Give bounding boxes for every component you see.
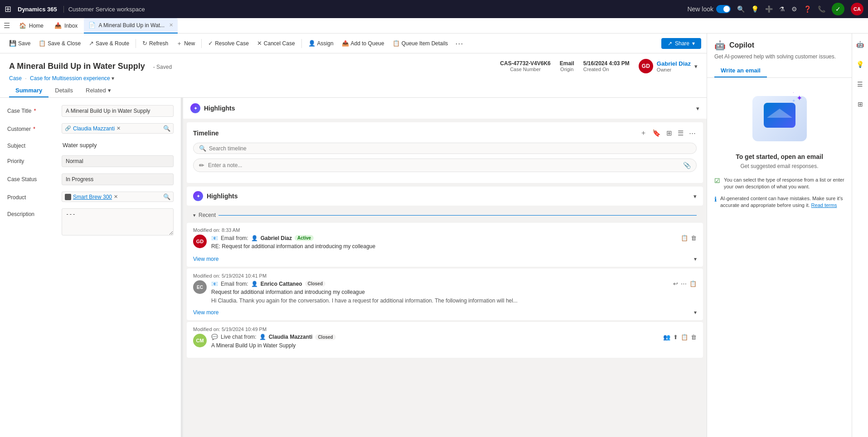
item-2-view-more-link[interactable]: View more — [193, 309, 218, 316]
share-label: Share — [675, 40, 689, 47]
tab-close-icon[interactable]: ✕ — [169, 22, 173, 28]
case-created-value: 5/16/2024 4:03 PM — [583, 60, 630, 67]
new-look-switch[interactable] — [716, 5, 731, 13]
resolve-button[interactable]: ✓ Resolve Case — [204, 38, 252, 48]
recent-title: Recent — [199, 212, 216, 218]
priority-input[interactable] — [62, 155, 174, 167]
status-icon[interactable]: ✓ — [832, 3, 844, 15]
timeline-search-input[interactable] — [209, 145, 691, 152]
item-2-reply-icon[interactable]: ↩ — [673, 280, 678, 287]
customer-search-icon[interactable]: 🔍 — [163, 125, 170, 132]
tab-case[interactable]: 📄 A Mineral Build Up in Wat... ✕ — [84, 18, 178, 34]
save-close-label: Save & Close — [48, 40, 81, 47]
sidebar-copilot-icon[interactable]: 🤖 — [854, 38, 867, 51]
item-2-actions: ↩ ⋯ 📋 — [673, 280, 697, 287]
timeline-section: Timeline ＋ 🔖 ⊞ ☰ ⋯ 🔍 — [187, 122, 703, 183]
item-2-more-icon[interactable]: ⋯ — [681, 280, 687, 287]
case-status-input[interactable] — [62, 173, 174, 185]
queue-details-icon: 📋 — [393, 40, 400, 47]
case-title-input[interactable] — [62, 105, 174, 117]
save-route-button[interactable]: ↗ Save & Route — [85, 38, 133, 48]
new-label: New — [184, 40, 195, 47]
cancel-label: Cancel Case — [264, 40, 295, 47]
sidebar-grid-icon[interactable]: ⊞ — [854, 98, 867, 110]
sidebar-bulb-icon[interactable]: 💡 — [854, 58, 867, 71]
queue-button[interactable]: 📤 Add to Queue — [338, 38, 388, 48]
breadcrumb: Case · Case for Multisession experience … — [9, 75, 698, 82]
read-terms-link[interactable]: Read terms — [811, 202, 837, 208]
refresh-button[interactable]: ↻ Refresh — [139, 38, 172, 48]
new-look-toggle[interactable]: New look — [687, 5, 731, 13]
recent-header[interactable]: ▾ Recent — [187, 209, 703, 221]
case-number-value: CAS-47732-V4V6K6 — [500, 60, 550, 67]
customer-link[interactable]: Claudia Mazzanti — [73, 125, 115, 132]
breadcrumb-chevron-icon[interactable]: ▾ — [112, 75, 114, 82]
timeline-list-icon[interactable]: ☰ — [677, 128, 684, 138]
item-2-copy-icon[interactable]: 📋 — [689, 280, 697, 287]
item-3-upload-icon[interactable]: ⬆ — [673, 334, 678, 341]
queue-details-button[interactable]: 📋 Queue Item Details — [389, 38, 452, 48]
highlights-header[interactable]: ✦ Highlights ▾ — [187, 187, 703, 206]
case-origin-label: Origin — [560, 67, 574, 72]
summary-title: Highlights — [204, 105, 235, 112]
summary-chevron-icon[interactable]: ▾ — [696, 105, 699, 112]
new-button[interactable]: ＋ New — [173, 38, 199, 49]
search-icon[interactable]: 🔍 — [737, 5, 745, 13]
product-link[interactable]: Smart Brew 300 — [73, 194, 112, 200]
save-button[interactable]: 💾 Save — [5, 38, 34, 48]
timeline-item-3: Modified on: 5/19/2024 10:49 PM CM 💬 Liv… — [187, 322, 703, 358]
item-3-copy-icon[interactable]: 📋 — [681, 334, 688, 341]
item-3-assign-icon[interactable]: 👥 — [663, 334, 670, 341]
save-close-button[interactable]: 📋 Save & Close — [35, 38, 84, 48]
description-input[interactable]: --- — [62, 208, 174, 235]
copilot-info-2: ℹ AI-generated content can have mistakes… — [714, 195, 844, 209]
item-1-view-more-chevron[interactable]: ▾ — [694, 256, 697, 262]
breadcrumb-multisession[interactable]: Case for Multisession experience — [30, 75, 110, 82]
phone-icon[interactable]: 📞 — [818, 5, 825, 13]
cancel-button[interactable]: ✕ Cancel Case — [253, 38, 299, 48]
tab-inbox[interactable]: 📥 Inbox — [50, 18, 82, 34]
copilot-tab-write-email[interactable]: Write an email — [714, 64, 767, 77]
grid-icon[interactable]: ⊞ — [5, 4, 11, 14]
summary-header[interactable]: ✦ Highlights ▾ — [183, 98, 707, 119]
item-1-copy-icon[interactable]: 📋 — [681, 235, 688, 241]
highlights-chevron-icon[interactable]: ▾ — [693, 193, 697, 200]
copilot-illustration: ✦ ✦ · — [748, 87, 811, 146]
item-1-delete-icon[interactable]: 🗑 — [691, 235, 697, 241]
toolbar-divider-1 — [136, 39, 136, 48]
tab-related[interactable]: Related ▾ — [79, 84, 117, 97]
subject-value: Water supply — [62, 142, 174, 149]
item-3-delete-icon[interactable]: 🗑 — [691, 334, 697, 341]
plus-icon[interactable]: ➕ — [765, 5, 773, 13]
right-sidebar: 🤖 💡 ☰ ⊞ — [852, 34, 868, 437]
item-2-view-more-chevron[interactable]: ▾ — [694, 309, 697, 316]
tab-home[interactable]: 🏠 Home — [15, 18, 48, 34]
timeline-filter-icon[interactable]: ⊞ — [665, 128, 673, 138]
assign-button[interactable]: 👤 Assign — [305, 38, 337, 48]
more-options-icon[interactable]: ⋯ — [452, 37, 466, 50]
note-input[interactable] — [208, 162, 679, 168]
menu-icon[interactable]: ☰ — [4, 21, 10, 30]
timeline-search-icon: 🔍 — [199, 145, 206, 152]
tab-summary[interactable]: Summary — [9, 84, 48, 97]
user-avatar[interactable]: CA — [851, 3, 863, 15]
product-search-icon[interactable]: 🔍 — [163, 193, 170, 200]
filter-icon[interactable]: ⚗ — [779, 5, 785, 13]
share-button[interactable]: ↗ Share ▾ — [661, 38, 701, 49]
product-remove-icon[interactable]: ✕ — [114, 194, 118, 200]
help-icon[interactable]: ❓ — [804, 5, 811, 13]
tab-details[interactable]: Details — [48, 84, 79, 97]
owner-chevron-icon[interactable]: ▾ — [694, 63, 698, 70]
sidebar-list-icon[interactable]: ☰ — [854, 78, 867, 91]
item-1-view-more-link[interactable]: View more — [193, 256, 218, 262]
settings-icon[interactable]: ⚙ — [791, 5, 797, 13]
field-value-description: --- — [62, 208, 174, 237]
note-attach-icon[interactable]: 📎 — [683, 162, 691, 169]
lightbulb-icon[interactable]: 💡 — [751, 5, 759, 13]
customer-remove-icon[interactable]: ✕ — [116, 125, 121, 131]
item-1-email-icon: 📧 — [211, 235, 218, 241]
case-tabs: Summary Details Related ▾ — [9, 84, 698, 97]
timeline-add-icon[interactable]: ＋ — [639, 128, 648, 138]
timeline-more-icon[interactable]: ⋯ — [688, 128, 697, 138]
timeline-bookmark-icon[interactable]: 🔖 — [651, 128, 662, 138]
